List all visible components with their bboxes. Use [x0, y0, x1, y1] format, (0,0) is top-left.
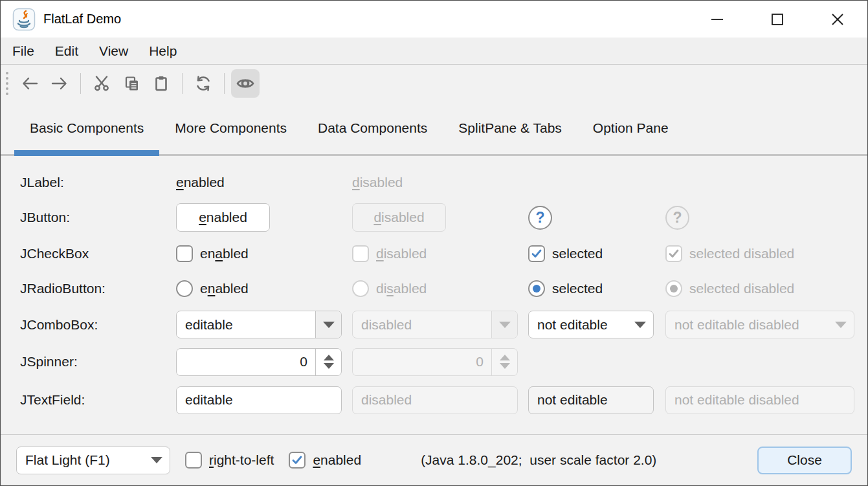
toolbar-separator [224, 73, 225, 94]
combobox-not-editable[interactable]: not editable [528, 311, 654, 338]
toolbar-separator [80, 73, 81, 94]
checkmark-icon [531, 248, 542, 260]
spinner-enabled[interactable]: 0 [176, 348, 342, 376]
jtextfield-row-label: JTextField: [20, 381, 176, 419]
jlabel-enabled: enabled [176, 175, 225, 190]
title-bar: FlatLaf Demo [1, 1, 867, 38]
radio-enabled[interactable]: enabled [176, 280, 249, 297]
spinner-buttons [491, 349, 517, 375]
radio-disabled: disabled [352, 280, 427, 297]
textfield-disabled: disabled [352, 386, 518, 414]
spinner-down-icon[interactable] [324, 363, 334, 369]
window-title: FlatLaf Demo [43, 12, 121, 27]
back-arrow-icon [21, 74, 39, 93]
jspinner-row-label: JSpinner: [20, 343, 176, 381]
toolbar-separator [182, 73, 183, 94]
checkbox-box-checked [528, 245, 545, 262]
chevron-down-icon [634, 322, 646, 328]
checkbox-disabled: disabled [352, 245, 427, 262]
combobox-arrow-button[interactable] [627, 311, 653, 338]
jbutton-row-label: JButton: [20, 199, 176, 236]
combobox-arrow-button[interactable] [144, 447, 170, 474]
tab-bar: Basic Components More Components Data Co… [1, 102, 867, 156]
paste-button[interactable] [147, 69, 175, 98]
maximize-button[interactable] [747, 1, 807, 38]
show-toggle-button[interactable] [231, 69, 260, 98]
radio-circle-selected [665, 280, 682, 297]
forward-button[interactable] [45, 69, 74, 98]
menu-file[interactable]: File [2, 38, 45, 64]
menu-view[interactable]: View [89, 38, 139, 64]
menu-help[interactable]: Help [139, 38, 187, 64]
look-and-feel-combobox[interactable]: Flat Light (F1) [16, 447, 170, 474]
combobox-arrow-button[interactable] [315, 311, 341, 338]
tab-more-components[interactable]: More Components [159, 102, 302, 154]
textfield-not-editable[interactable]: not editable [528, 386, 654, 414]
tab-option-pane[interactable]: Option Pane [577, 102, 684, 154]
radio-circle [176, 280, 193, 297]
textfield-editable[interactable]: editable [176, 386, 342, 414]
basic-components-panel: JLabel: enabled disabled JButton: enable… [1, 156, 867, 434]
combobox-not-editable-disabled: not editable disabled [665, 311, 854, 338]
window-controls [687, 1, 867, 38]
radio-circle-selected [528, 280, 545, 297]
radio-selected-disabled: selected disabled [665, 280, 794, 297]
spinner-up-icon [500, 355, 510, 360]
checkbox-box [176, 245, 193, 262]
menu-edit[interactable]: Edit [45, 38, 89, 64]
chevron-down-icon [499, 322, 511, 328]
tab-splitpane-tabs[interactable]: SplitPane & Tabs [443, 102, 577, 154]
radio-circle [352, 280, 369, 297]
checkbox-selected-disabled: selected disabled [665, 245, 794, 262]
enabled-checkbox[interactable]: enabled [289, 452, 361, 469]
copy-button[interactable] [117, 69, 146, 98]
checkbox-box-checked [665, 245, 682, 262]
status-text: (Java 1.8.0_202; user scale factor 2.0) [421, 452, 656, 468]
jlabel-disabled: disabled [352, 175, 403, 190]
combobox-arrow-button [828, 311, 854, 338]
jbutton-disabled: disabled [352, 203, 446, 232]
jcheckbox-row-label: JCheckBox [20, 236, 176, 271]
textfield-not-editable-disabled: not editable disabled [665, 386, 854, 414]
menu-bar: File Edit View Help [1, 38, 867, 65]
jcombobox-row-label: JComboBox: [20, 306, 176, 343]
spinner-disabled: 0 [352, 348, 518, 376]
cut-scissors-icon [93, 74, 111, 93]
java-logo-icon [12, 8, 36, 31]
refresh-icon [194, 74, 212, 93]
chevron-down-icon [835, 322, 847, 328]
close-window-button[interactable] [807, 1, 867, 38]
minimize-button[interactable] [687, 1, 747, 38]
tab-data-components[interactable]: Data Components [302, 102, 443, 154]
paste-clipboard-icon [152, 74, 170, 93]
checkbox-selected[interactable]: selected [528, 245, 603, 262]
checkbox-enabled[interactable]: enabled [176, 245, 249, 262]
chevron-down-icon [151, 457, 162, 463]
close-button[interactable]: Close [757, 447, 852, 474]
checkbox-box [352, 245, 369, 262]
toolbar [1, 65, 867, 102]
eye-icon [236, 74, 255, 93]
selected-tab-underline [14, 150, 159, 156]
copy-icon [122, 74, 140, 93]
back-button[interactable] [16, 69, 44, 98]
forward-arrow-icon [50, 74, 69, 93]
radio-selected[interactable]: selected [528, 280, 603, 297]
combobox-editable[interactable]: editable [176, 311, 342, 338]
spinner-buttons[interactable] [315, 349, 341, 375]
tab-basic-components[interactable]: Basic Components [14, 102, 159, 154]
control-bar: Flat Light (F1) right-to-left enabled (J… [1, 434, 867, 485]
right-to-left-checkbox[interactable]: right-to-left [185, 452, 274, 469]
cut-button[interactable] [87, 69, 116, 98]
checkbox-box [185, 452, 202, 469]
combobox-disabled: disabled [352, 311, 518, 338]
help-button-disabled: ? [665, 206, 689, 230]
checkbox-box-checked [289, 452, 306, 469]
jbutton-enabled[interactable]: enabled [176, 203, 270, 232]
toolbar-grip-handle[interactable] [6, 72, 8, 95]
help-button-enabled[interactable]: ? [528, 206, 552, 230]
spinner-down-icon [500, 363, 510, 369]
spinner-up-icon[interactable] [324, 355, 334, 360]
checkmark-icon [291, 454, 303, 466]
refresh-button[interactable] [189, 69, 217, 98]
